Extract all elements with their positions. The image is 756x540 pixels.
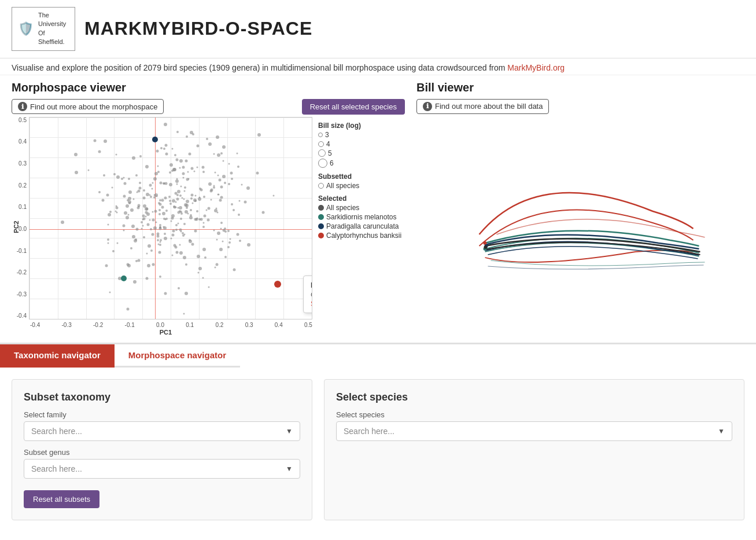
family-label: Select family: [24, 410, 300, 419]
scatter-dot: [182, 232, 184, 234]
scatter-dot: [150, 249, 153, 252]
scatter-dot: [216, 239, 217, 241]
morphospace-toolbar: ℹ Find out more about the morphospace Re…: [12, 99, 405, 115]
reset-subsets-button[interactable]: Reset all subsets: [24, 490, 99, 508]
family-select[interactable]: Search here... ▼: [24, 421, 300, 441]
taxonomy-panel-title: Subset taxonomy: [24, 391, 300, 403]
scatter-dot: [228, 163, 230, 164]
scatter-dot: [143, 204, 146, 208]
scatter-dot: [103, 174, 105, 177]
scatter-dot: [179, 194, 182, 197]
scatter-dot: [197, 167, 198, 168]
scatter-dot: [170, 237, 172, 239]
scatter-dot: [137, 207, 140, 210]
scatter-dot: [170, 220, 172, 222]
scatter-dot: [169, 183, 172, 186]
scatter-dot: [158, 213, 161, 215]
markmybird-link[interactable]: MarkMyBird.org: [507, 63, 565, 72]
reset-species-button[interactable]: Reset all selected species: [302, 99, 405, 115]
scatter-dot: [215, 267, 216, 269]
grid-v-line: [255, 117, 256, 319]
scatter-dot: [143, 236, 145, 238]
scatter-dot: [228, 241, 231, 244]
scatter-plot[interactable]: Red-tailed Black-cockatoo Calyptorhynchu…: [29, 117, 312, 319]
bill-info-icon: ℹ: [423, 102, 432, 111]
tab-taxonomic-navigator[interactable]: Taxonomic navigator: [0, 344, 115, 368]
scatter-dot: [175, 245, 178, 248]
scatter-dot: [222, 241, 224, 243]
scatter-dot: [161, 205, 164, 208]
scatter-dot: [219, 199, 222, 201]
morphospace-info-button[interactable]: ℹ Find out more about the morphospace: [12, 99, 164, 114]
scatter-dot: [165, 144, 168, 146]
size-4-circle: [318, 141, 324, 147]
scatter-dot: [117, 243, 119, 244]
scatter-dot: [247, 243, 250, 247]
scatter-dot: [126, 204, 129, 208]
scatter-dot: [159, 224, 161, 226]
scatter-dot: [163, 148, 165, 150]
selected-paradigalla-dot-plot: [152, 137, 158, 142]
scatter-dot: [192, 133, 194, 135]
tab-morphospace-navigator[interactable]: Morphospace navigator: [115, 344, 240, 368]
scatter-dot: [169, 163, 173, 167]
bill-info-button[interactable]: ℹ Find out more about the bill data: [416, 99, 549, 114]
scatter-dot: [183, 199, 185, 200]
scatter-dot: [217, 153, 220, 157]
scatter-dot: [192, 202, 194, 204]
site-title: MARKMYBIRD-O-SPACE: [84, 18, 312, 39]
yaxis-tick-label: -0.3: [17, 291, 27, 297]
scatter-dot: [127, 214, 129, 215]
scatter-dot: [191, 194, 194, 197]
scatter-dot: [128, 197, 131, 200]
selected-sarkidiornis-label: Sarkidiornis melanotos: [326, 213, 396, 221]
scatter-dot: [185, 159, 187, 162]
selected-sarkidiornis-dot-plot: [121, 275, 127, 281]
size-3-circle: [318, 133, 323, 137]
species-placeholder: Search here...: [344, 427, 394, 436]
species-select[interactable]: Search here... ▼: [336, 421, 732, 441]
scatter-dot: [237, 166, 239, 168]
scatter-dot: [175, 179, 179, 183]
scatter-dot: [224, 227, 226, 230]
scatter-dot: [152, 263, 154, 266]
scatter-dot: [262, 211, 265, 214]
scatter-dot: [204, 256, 206, 259]
scatter-dot: [152, 218, 155, 221]
scatter-dot: [194, 218, 197, 221]
yaxis-tick-label: -0.1: [17, 248, 27, 254]
yaxis-tick-label: -0.2: [17, 269, 27, 275]
bill-size-legend-title: Bill size (log): [318, 122, 405, 130]
scatter-dot: [231, 178, 233, 180]
size-6-circle: [318, 159, 327, 168]
bill-dot-black: [484, 245, 488, 249]
scatter-dot: [241, 184, 242, 186]
scatter-dot: [111, 186, 113, 188]
tooltip-search-link[interactable]: Search this species: [311, 300, 312, 308]
scatter-dot: [134, 239, 137, 243]
species-label: Select species: [336, 410, 732, 419]
subsetted-all-species: All species: [318, 182, 405, 190]
scatter-dot: [107, 238, 109, 241]
xaxis-tick-label: -0.2: [93, 322, 103, 328]
genus-select[interactable]: Search here... ▼: [24, 459, 300, 479]
xaxis-tick-label: 0.5: [304, 322, 312, 328]
scatter-dot: [132, 235, 135, 238]
subsetted-circle: [318, 183, 324, 189]
selected-all-label: All species: [326, 204, 359, 212]
scatter-dot: [177, 207, 179, 209]
scatter-dot: [172, 230, 175, 233]
scatter-dot: [194, 200, 197, 202]
scatter-dot: [180, 212, 183, 215]
scatter-dot: [165, 210, 168, 212]
crosshair-horizontal: [29, 229, 312, 230]
scatter-dot: [228, 183, 230, 185]
tooltip-common-name: Red-tailed Black-cockatoo: [311, 281, 312, 289]
scatter-dot: [213, 229, 215, 231]
scatter-dot: [157, 235, 160, 238]
selected-calyptorhynchus-label: Calyptorhynchus banksii: [326, 232, 401, 240]
scatter-dot: [186, 178, 189, 181]
scatter-dot: [132, 198, 134, 200]
scatter-dot: [198, 196, 200, 198]
scatter-dot: [156, 195, 158, 197]
